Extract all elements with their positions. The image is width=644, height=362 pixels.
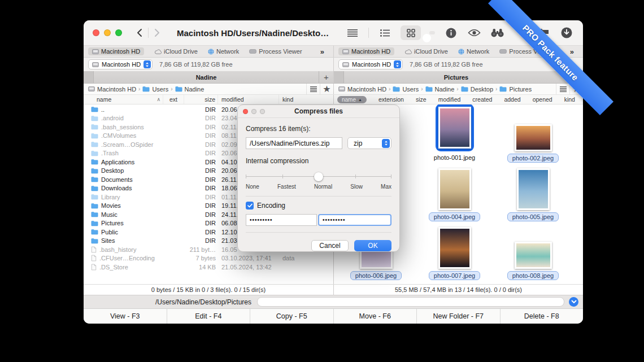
globe-icon xyxy=(458,49,464,55)
column-header-created[interactable]: created xyxy=(472,96,492,103)
pane-tab-nadine[interactable]: Nadine xyxy=(94,74,319,81)
column-header-added[interactable]: added xyxy=(504,96,520,103)
grid-view-icon[interactable] xyxy=(401,25,421,40)
breadcrumb-separator: › xyxy=(495,86,497,92)
folder-icon xyxy=(91,194,98,200)
compression-slider[interactable] xyxy=(246,172,391,181)
list-style-icon[interactable] xyxy=(556,84,569,94)
tab-icloud-drive[interactable]: iCloud Drive xyxy=(154,48,198,55)
back-icon[interactable] xyxy=(137,28,142,37)
column-header-modified[interactable]: modified xyxy=(438,96,461,103)
photo-label: photo-006.jpeg xyxy=(350,271,402,280)
file-row[interactable]: .DS_Store 14 KB 21.05.2024, 13:42 xyxy=(84,263,333,272)
archive-path-input[interactable] xyxy=(246,137,342,149)
list-style-icon[interactable] xyxy=(306,84,320,94)
column-header-name[interactable]: name∧ xyxy=(91,95,163,104)
minimize-button[interactable] xyxy=(104,29,111,36)
delete-f8-button[interactable]: Delete - F8 xyxy=(501,309,584,324)
column-header-kind[interactable]: kind xyxy=(564,96,575,103)
list-view-icon[interactable] xyxy=(377,25,392,40)
tab-network[interactable]: Network xyxy=(458,48,489,55)
file-row[interactable]: .CFUser…Encoding 7 bytes 03.10.2023, 17:… xyxy=(84,254,333,263)
column-header-size[interactable]: size xyxy=(184,95,218,104)
column-header-size[interactable]: size xyxy=(416,96,427,103)
forward-icon[interactable] xyxy=(154,28,160,37)
breadcrumb-item[interactable]: Pictures xyxy=(499,86,532,93)
photo-item[interactable]: photo-005.jpeg xyxy=(494,165,572,224)
photo-item[interactable]: photo-007.jpeg xyxy=(415,224,494,283)
command-path-label: /Users/Nadine/Desktop/Pictures xyxy=(84,298,251,306)
encoding-checkbox[interactable] xyxy=(246,202,254,210)
file-size: DIR xyxy=(184,194,218,200)
info-icon[interactable] xyxy=(443,25,458,40)
photo-thumbnail xyxy=(438,227,471,269)
column-header-name[interactable]: name▲ xyxy=(337,96,367,103)
breadcrumb-item[interactable]: Nadine xyxy=(175,86,204,93)
move-f6-button[interactable]: Move - F6 xyxy=(334,309,417,324)
divider xyxy=(246,196,391,197)
breadcrumb-separator: › xyxy=(138,86,140,92)
search-binoculars-icon[interactable] xyxy=(490,25,504,40)
breadcrumb-item[interactable]: Users xyxy=(393,86,419,93)
breadcrumb-item[interactable]: Users xyxy=(142,86,168,93)
password-confirm-input[interactable] xyxy=(318,214,391,226)
cancel-button[interactable]: Cancel xyxy=(311,240,349,251)
file-name: .android xyxy=(101,115,124,121)
breadcrumb-separator: › xyxy=(389,86,390,92)
file-size: DIR xyxy=(184,141,218,148)
file-size: DIR xyxy=(184,211,218,218)
pane-tab-pictures[interactable]: Pictures xyxy=(344,74,568,81)
folder-icon xyxy=(393,86,400,92)
command-input[interactable] xyxy=(257,297,564,307)
column-header-ext[interactable]: ext xyxy=(163,95,184,104)
photo-item[interactable]: photo-004.jpeg xyxy=(415,165,494,224)
drive-select[interactable]: Macintosh HD xyxy=(338,59,403,69)
zoom-button[interactable] xyxy=(115,29,122,36)
view-f3-button[interactable]: View - F3 xyxy=(84,309,167,324)
downloads-icon[interactable] xyxy=(559,25,574,40)
command-history-button[interactable] xyxy=(569,297,578,307)
column-header-opened[interactable]: opened xyxy=(533,96,552,103)
edit-f4-button[interactable]: Edit - F4 xyxy=(167,309,251,324)
slider-thumb[interactable] xyxy=(314,172,323,181)
photo-item[interactable]: photo-002.jpeg xyxy=(494,107,572,165)
dialog-title: Compress files xyxy=(238,107,399,115)
dual-pane-toggle[interactable] xyxy=(429,31,435,34)
column-header-modified[interactable]: modified xyxy=(218,95,279,104)
breadcrumb-item[interactable]: Macintosh HD xyxy=(338,86,386,93)
tab-macintosh-hd[interactable]: Macintosh HD xyxy=(338,47,394,55)
breadcrumb-item[interactable]: Nadine xyxy=(425,86,455,93)
photo-item[interactable]: photo-001.jpeg xyxy=(415,107,494,165)
file-name: .DS_Store xyxy=(99,264,128,271)
thumbnail-focus-ring xyxy=(515,124,552,151)
column-header-kind[interactable]: kind xyxy=(279,95,333,104)
tab-icloud-drive[interactable]: iCloud Drive xyxy=(404,48,448,55)
close-button[interactable] xyxy=(93,29,99,36)
add-tab-button[interactable]: + xyxy=(319,71,333,83)
lines-view-icon[interactable] xyxy=(345,25,360,40)
drive-select[interactable]: Macintosh HD xyxy=(88,59,153,69)
stepper-icon xyxy=(394,60,401,68)
new-folder-f7-button[interactable]: New Folder - F7 xyxy=(417,309,501,324)
breadcrumb-separator: › xyxy=(456,86,458,92)
more-tabs-chevron[interactable]: » xyxy=(570,47,578,56)
disk-icon xyxy=(342,62,349,67)
favorites-star-icon[interactable]: ★ xyxy=(320,84,333,94)
preview-eye-icon[interactable] xyxy=(467,25,481,40)
format-select[interactable]: zip xyxy=(347,137,391,149)
column-header-extension[interactable]: extension xyxy=(378,96,404,103)
more-tabs-chevron[interactable]: » xyxy=(320,47,329,56)
compress-count-label: Compress 16 item(s): xyxy=(246,125,391,133)
tab-macintosh-hd[interactable]: Macintosh HD xyxy=(88,47,144,55)
breadcrumb-item[interactable]: Macintosh HD xyxy=(88,86,136,93)
tab-process-viewer[interactable]: Process Viewer xyxy=(249,48,302,55)
photo-item[interactable]: photo-008.jpeg xyxy=(494,224,572,283)
tab-edge xyxy=(84,71,94,83)
password-input[interactable] xyxy=(246,214,317,226)
breadcrumb-item[interactable]: Desktop xyxy=(461,86,493,93)
copy-f5-button[interactable]: Copy - F5 xyxy=(250,309,334,324)
ok-button[interactable]: OK xyxy=(354,240,391,251)
tab-network[interactable]: Network xyxy=(208,48,239,55)
document-icon xyxy=(91,246,97,253)
process-viewer-icon xyxy=(249,49,256,54)
